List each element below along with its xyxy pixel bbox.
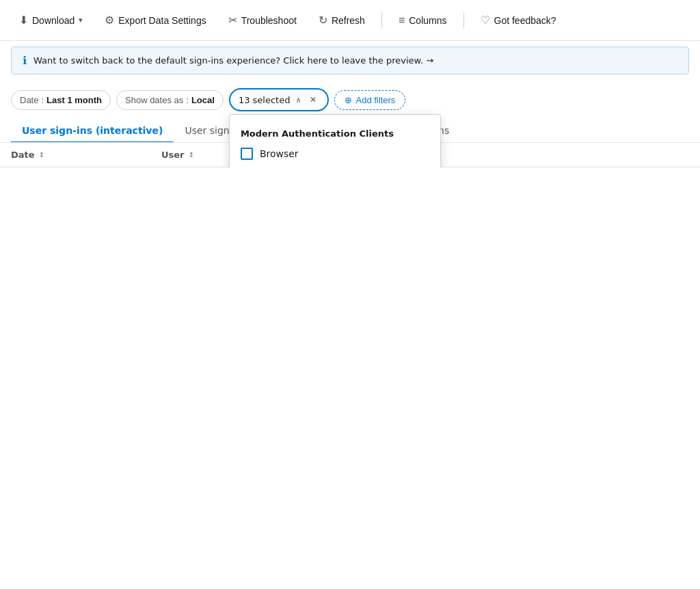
client-type-filter-container: 13 selected ∧ ✕ Modern Authentication Cl… xyxy=(229,88,329,111)
client-type-filter-button[interactable]: 13 selected ∧ ✕ xyxy=(229,88,329,111)
divider-1 xyxy=(381,12,382,29)
col-user-label: User xyxy=(161,150,185,160)
export-icon: ⚙ xyxy=(105,14,114,27)
browser-item[interactable]: Browser xyxy=(230,143,440,165)
date-filter-label: Date xyxy=(20,95,38,105)
refresh-button[interactable]: ↻ Refresh xyxy=(310,8,373,32)
export-label: Export Data Settings xyxy=(118,15,206,26)
download-icon: ⬇ xyxy=(19,14,28,27)
columns-label: Columns xyxy=(409,15,446,26)
client-type-dropdown-panel: Modern Authentication Clients Browser Mo… xyxy=(229,114,441,167)
add-filters-label: Add filters xyxy=(356,95,396,105)
tab-interactive[interactable]: User sign-ins (interactive) xyxy=(11,120,174,143)
user-sort-icon[interactable]: ↕ xyxy=(189,151,194,159)
modern-auth-header: Modern Authentication Clients xyxy=(230,123,440,143)
col-date-label: Date xyxy=(11,150,35,160)
download-button[interactable]: ⬇ Download ▾ xyxy=(11,8,91,32)
divider-2 xyxy=(463,12,464,29)
download-chevron-icon: ▾ xyxy=(79,16,83,25)
refresh-label: Refresh xyxy=(332,15,365,26)
feedback-button[interactable]: ♡ Got feedback? xyxy=(472,8,565,32)
export-button[interactable]: ⚙ Export Data Settings xyxy=(96,8,214,32)
mobile-desktop-item[interactable]: Mobile Apps and Desktop clients xyxy=(230,165,440,167)
show-dates-filter-chip[interactable]: Show dates as : Local xyxy=(116,90,224,110)
selected-count-label: 13 selected xyxy=(239,95,291,105)
feedback-icon: ♡ xyxy=(481,14,490,27)
info-icon: ℹ xyxy=(23,54,27,67)
browser-label: Browser xyxy=(260,148,299,159)
browser-checkbox[interactable] xyxy=(241,148,253,160)
col-date: Date ↕ xyxy=(11,150,161,160)
info-banner: ℹ Want to switch back to the default sig… xyxy=(11,46,689,74)
date-filter-chip[interactable]: Date : Last 1 month xyxy=(11,90,111,110)
troubleshoot-icon: ✂ xyxy=(228,14,237,27)
download-label: Download xyxy=(32,15,75,26)
troubleshoot-label: Troubleshoot xyxy=(241,15,297,26)
clear-filter-button[interactable]: ✕ xyxy=(307,94,319,106)
refresh-icon: ↻ xyxy=(319,14,327,27)
columns-icon: ≡ xyxy=(399,14,405,27)
add-filter-icon: ⊕ xyxy=(345,95,352,105)
date-sort-icon[interactable]: ↕ xyxy=(39,151,44,159)
filter-bar: Date : Last 1 month Show dates as : Loca… xyxy=(0,80,700,111)
filter-chevron-icon: ∧ xyxy=(295,96,301,105)
troubleshoot-button[interactable]: ✂ Troubleshoot xyxy=(220,8,305,32)
add-filters-button[interactable]: ⊕ Add filters xyxy=(334,90,406,110)
feedback-label: Got feedback? xyxy=(494,15,556,26)
show-dates-filter-label: Show dates as xyxy=(125,95,183,105)
date-filter-value: Last 1 month xyxy=(46,95,102,105)
banner-text: Want to switch back to the default sign-… xyxy=(33,55,433,66)
show-dates-filter-value: Local xyxy=(191,95,215,105)
toolbar: ⬇ Download ▾ ⚙ Export Data Settings ✂ Tr… xyxy=(0,0,700,41)
columns-button[interactable]: ≡ Columns xyxy=(390,9,455,32)
